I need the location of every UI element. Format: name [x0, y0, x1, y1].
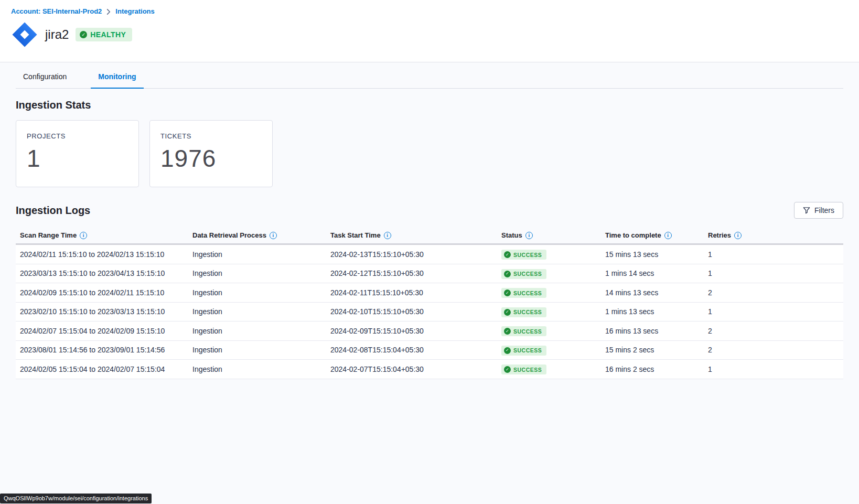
status-badge-label: SUCCESS [513, 347, 542, 353]
column-label: Scan Range Time [20, 231, 77, 239]
status-badge-label: SUCCESS [513, 328, 542, 335]
cell-task-start-time: 2024-02-07T15:15:04+05:30 [326, 365, 497, 373]
ingestion-logs-header: Ingestion Logs Filters [16, 202, 843, 219]
info-icon[interactable]: i [525, 232, 533, 239]
tickets-stat-card: TICKETS 1976 [149, 120, 273, 187]
tab-monitoring[interactable]: Monitoring [91, 72, 143, 89]
cell-scan-range-time: 2023/08/01 15:14:56 to 2023/09/01 15:14:… [16, 346, 188, 354]
ingestion-stats-title: Ingestion Stats [16, 99, 843, 111]
info-icon[interactable]: i [384, 232, 391, 239]
integration-title-row: jira2 ✓ HEALTHY [11, 21, 859, 48]
cell-time-to-complete: 14 mins 13 secs [601, 288, 704, 297]
url-hint-tooltip: QwqOSlIWp9ob7w/module/sei/configuration/… [0, 494, 152, 503]
cell-task-start-time: 2024-02-08T15:15:04+05:30 [326, 346, 497, 354]
info-icon[interactable]: i [80, 232, 87, 239]
table-row[interactable]: 2023/02/10 15:15:10 to 2023/03/13 15:15:… [16, 303, 843, 322]
cell-task-start-time: 2024-02-09T15:15:10+05:30 [326, 327, 497, 335]
tickets-stat-label: TICKETS [160, 132, 262, 140]
check-circle-icon: ✓ [504, 251, 511, 258]
cell-status: ✓ SUCCESS [497, 326, 601, 337]
cell-data-retrieval-process: Ingestion [188, 365, 326, 373]
cell-data-retrieval-process: Ingestion [188, 327, 326, 335]
breadcrumb-account-link[interactable]: Account: SEI-Internal-Prod2 [11, 7, 102, 15]
table-row[interactable]: 2024/02/11 15:15:10 to 2024/02/13 15:15:… [16, 245, 843, 264]
cell-scan-range-time: 2024/02/09 15:15:10 to 2024/02/11 15:15:… [16, 288, 188, 297]
cell-status: ✓ SUCCESS [497, 268, 601, 279]
cell-scan-range-time: 2024/02/07 15:15:04 to 2024/02/09 15:15:… [16, 327, 188, 335]
info-icon[interactable]: i [734, 232, 742, 239]
page-title: jira2 [45, 27, 69, 42]
column-label: Task Start Time [330, 231, 381, 239]
cell-task-start-time: 2024-02-11T15:15:10+05:30 [326, 288, 497, 297]
cell-scan-range-time: 2023/03/13 15:15:10 to 2023/04/13 15:15:… [16, 269, 188, 277]
tickets-stat-value: 1976 [160, 146, 262, 170]
chevron-right-icon [106, 9, 111, 15]
cell-time-to-complete: 15 mins 2 secs [601, 346, 704, 354]
cell-status: ✓ SUCCESS [497, 287, 601, 298]
status-badge-label: SUCCESS [513, 252, 542, 258]
cell-retries: 2 [704, 346, 843, 354]
check-circle-icon: ✓ [504, 309, 511, 316]
breadcrumb-integrations-link[interactable]: Integrations [115, 7, 154, 15]
table-row[interactable]: 2024/02/05 15:15:04 to 2024/02/07 15:15:… [16, 360, 843, 379]
check-circle-icon: ✓ [504, 271, 511, 277]
cell-retries: 2 [704, 327, 843, 335]
status-badge: ✓ SUCCESS [501, 326, 546, 336]
cell-time-to-complete: 1 mins 14 secs [601, 269, 704, 277]
cell-retries: 1 [704, 269, 843, 277]
jira-logo-icon [11, 21, 38, 48]
integration-monitoring-page: Account: SEI-Internal-Prod2 Integrations… [0, 0, 859, 504]
cell-time-to-complete: 1 mins 13 secs [601, 307, 704, 316]
tab-configuration[interactable]: Configuration [16, 72, 74, 88]
check-circle-icon: ✓ [504, 366, 511, 373]
column-label: Status [501, 231, 522, 239]
column-header-time-to-complete: Time to complete i [601, 231, 704, 239]
filters-button[interactable]: Filters [794, 202, 843, 219]
cell-time-to-complete: 16 mins 2 secs [601, 365, 704, 373]
info-icon[interactable]: i [270, 232, 277, 239]
table-row[interactable]: 2023/03/13 15:15:10 to 2023/04/13 15:15:… [16, 264, 843, 284]
cell-data-retrieval-process: Ingestion [188, 250, 326, 259]
cell-task-start-time: 2024-02-12T15:15:10+05:30 [326, 269, 497, 277]
cell-retries: 1 [704, 307, 843, 316]
status-badge: ✓ SUCCESS [501, 269, 546, 279]
status-badge: ✓ SUCCESS [501, 346, 546, 356]
table-header-row: Scan Range Time i Data Retrieval Process… [16, 227, 843, 245]
column-header-task-start-time: Task Start Time i [326, 231, 497, 239]
status-badge: ✓ SUCCESS [501, 288, 546, 298]
stats-cards-row: PROJECTS 1 TICKETS 1976 [16, 120, 843, 187]
cell-task-start-time: 2024-02-10T15:15:10+05:30 [326, 307, 497, 316]
status-badge: ✓ SUCCESS [501, 307, 546, 317]
table-row[interactable]: 2023/08/01 15:14:56 to 2023/09/01 15:14:… [16, 341, 843, 360]
column-label: Time to complete [605, 231, 661, 239]
health-status-badge: ✓ HEALTHY [76, 28, 132, 41]
status-badge-label: SUCCESS [513, 309, 542, 315]
projects-stat-label: PROJECTS [27, 132, 128, 140]
cell-retries: 1 [704, 250, 843, 259]
check-circle-icon: ✓ [504, 347, 511, 354]
cell-data-retrieval-process: Ingestion [188, 307, 326, 316]
check-circle-icon: ✓ [504, 289, 511, 296]
breadcrumb: Account: SEI-Internal-Prod2 Integrations [11, 7, 859, 15]
cell-time-to-complete: 16 mins 13 secs [601, 327, 704, 335]
cell-scan-range-time: 2024/02/05 15:15:04 to 2024/02/07 15:15:… [16, 365, 188, 373]
column-header-data-retrieval-process: Data Retrieval Process i [188, 231, 326, 239]
ingestion-logs-table: Scan Range Time i Data Retrieval Process… [16, 227, 843, 379]
check-circle-icon: ✓ [80, 31, 87, 38]
column-label: Data Retrieval Process [192, 231, 266, 239]
cell-status: ✓ SUCCESS [497, 345, 601, 356]
table-row[interactable]: 2024/02/07 15:15:04 to 2024/02/09 15:15:… [16, 321, 843, 341]
cell-data-retrieval-process: Ingestion [188, 288, 326, 297]
cell-task-start-time: 2024-02-13T15:15:10+05:30 [326, 250, 497, 259]
status-badge: ✓ SUCCESS [501, 250, 546, 260]
cell-data-retrieval-process: Ingestion [188, 269, 326, 277]
ingestion-logs-title: Ingestion Logs [16, 205, 90, 217]
cell-data-retrieval-process: Ingestion [188, 346, 326, 354]
cell-status: ✓ SUCCESS [497, 249, 601, 260]
cell-retries: 2 [704, 288, 843, 297]
info-icon[interactable]: i [664, 232, 672, 239]
column-header-status: Status i [497, 231, 601, 239]
filter-funnel-icon [803, 207, 810, 214]
table-row[interactable]: 2024/02/09 15:15:10 to 2024/02/11 15:15:… [16, 283, 843, 303]
tab-bar: Configuration Monitoring [16, 62, 843, 89]
